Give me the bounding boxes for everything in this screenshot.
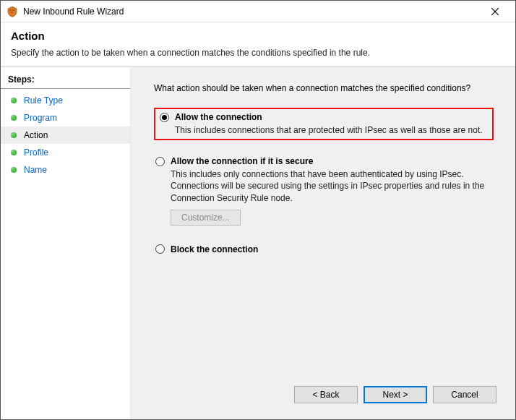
content-pane: What action should be taken when a conne… bbox=[131, 67, 515, 419]
option-head: Allow the connection if it is secure bbox=[155, 156, 495, 166]
option-allow-secure: Allow the connection if it is secure Thi… bbox=[151, 153, 499, 228]
question-text: What action should be taken when a conne… bbox=[154, 83, 499, 93]
steps-header: Steps: bbox=[1, 73, 130, 89]
step-action[interactable]: Action bbox=[1, 127, 130, 144]
radio-allow[interactable] bbox=[160, 113, 169, 122]
svg-rect-2 bbox=[11, 12, 13, 13]
page-header: Action Specify the action to be taken wh… bbox=[1, 22, 515, 67]
option-title: Allow the connection if it is secure bbox=[171, 156, 313, 166]
step-label: Program bbox=[24, 113, 57, 123]
wizard-window: New Inbound Rule Wizard Action Specify t… bbox=[0, 0, 516, 420]
step-label: Name bbox=[24, 165, 47, 175]
titlebar: New Inbound Rule Wizard bbox=[1, 1, 515, 22]
customize-button: Customize... bbox=[171, 210, 241, 226]
close-icon bbox=[491, 8, 499, 15]
step-label: Profile bbox=[24, 147, 48, 158]
option-block: Block the connection bbox=[151, 241, 499, 257]
back-button[interactable]: < Back bbox=[294, 386, 358, 403]
bullet-icon bbox=[11, 115, 17, 121]
option-allow: Allow the connection This includes conne… bbox=[154, 108, 494, 140]
step-profile[interactable]: Profile bbox=[1, 144, 130, 161]
window-title: New Inbound Rule Wizard bbox=[23, 7, 481, 17]
option-desc: This includes only connections that have… bbox=[171, 168, 495, 204]
options-group: Allow the connection This includes conne… bbox=[151, 108, 499, 270]
svg-rect-1 bbox=[12, 9, 14, 11]
option-head: Block the connection bbox=[155, 244, 495, 254]
step-program[interactable]: Program bbox=[1, 109, 130, 127]
step-label: Action bbox=[24, 130, 48, 140]
step-rule-type[interactable]: Rule Type bbox=[1, 92, 130, 109]
step-label: Rule Type bbox=[24, 95, 63, 106]
next-button[interactable]: Next > bbox=[364, 386, 427, 403]
footer-buttons: < Back Next > Cancel bbox=[147, 379, 499, 412]
bullet-icon bbox=[11, 167, 17, 173]
step-name[interactable]: Name bbox=[1, 161, 130, 179]
page-subtitle: Specify the action to be taken when a co… bbox=[11, 48, 505, 58]
bullet-icon bbox=[11, 132, 17, 138]
radio-block[interactable] bbox=[155, 244, 165, 254]
option-desc: This includes connections that are prote… bbox=[175, 124, 488, 136]
body: Steps: Rule Type Program Action Profile … bbox=[1, 67, 515, 419]
option-title: Allow the connection bbox=[175, 112, 262, 122]
bullet-icon bbox=[11, 150, 17, 155]
cancel-button[interactable]: Cancel bbox=[433, 386, 496, 403]
bullet-icon bbox=[11, 98, 17, 103]
svg-rect-0 bbox=[9, 9, 12, 11]
page-title: Action bbox=[11, 30, 505, 42]
radio-allow-secure[interactable] bbox=[155, 157, 165, 166]
steps-sidebar: Steps: Rule Type Program Action Profile … bbox=[1, 67, 131, 419]
close-button[interactable] bbox=[481, 1, 509, 22]
option-head: Allow the connection bbox=[160, 112, 488, 122]
option-title: Block the connection bbox=[171, 244, 258, 254]
firewall-icon bbox=[7, 6, 18, 17]
